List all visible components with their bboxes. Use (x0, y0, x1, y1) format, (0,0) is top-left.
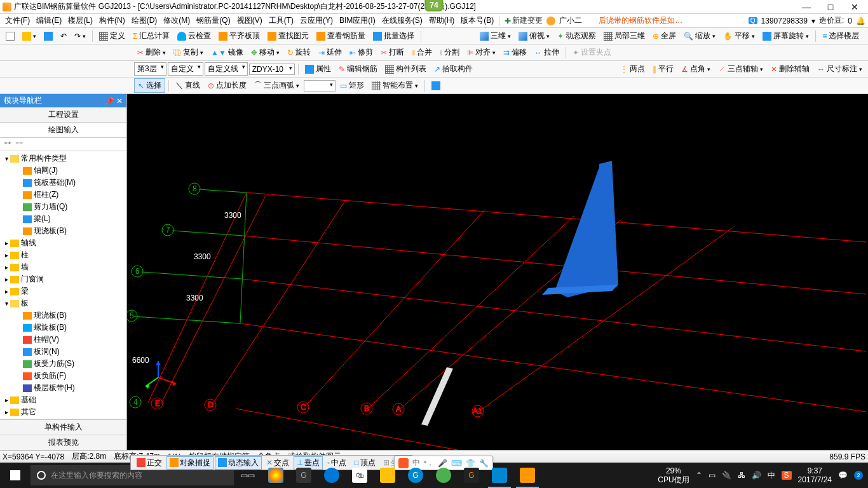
tree-castslab[interactable]: 现浇板(B) (0, 225, 126, 237)
pan-button[interactable]: ✋平移 (720, 29, 758, 43)
define-button[interactable]: 定义 (96, 29, 128, 43)
bell-icon[interactable]: 🔔 (856, 17, 865, 25)
tray-sogou[interactable]: S (782, 471, 792, 480)
tree-framecolumn[interactable]: 框柱(Z) (0, 189, 126, 201)
type-combo[interactable]: 自定义线 (205, 62, 248, 76)
tray-clock[interactable]: 9:372017/7/24 (798, 466, 832, 485)
menu-component[interactable]: 构件(N) (97, 14, 128, 27)
tree-other[interactable]: ▸其它 (0, 406, 126, 418)
delaux-button[interactable]: ✕删除辅轴 (768, 62, 813, 76)
tray-vol-icon[interactable]: 🔊 (752, 471, 761, 480)
tray-up-icon[interactable]: ⌃ (696, 471, 702, 480)
open-button[interactable] (19, 30, 39, 42)
app-g3[interactable]: G (458, 463, 485, 488)
app-ggj[interactable] (485, 463, 513, 488)
menu-view[interactable]: 视图(V) (234, 14, 265, 27)
rect-button[interactable]: ▭矩形 (337, 79, 367, 92)
sumcalc-button[interactable]: Σ汇总计算 (130, 29, 173, 43)
tree-found[interactable]: ▸基础 (0, 394, 126, 406)
app-g1[interactable]: G (290, 463, 318, 488)
offset-button[interactable]: ⇉偏移 (500, 46, 530, 59)
tree-slab[interactable]: ▾板 (0, 297, 126, 309)
merge-button[interactable]: ⫴合并 (409, 46, 435, 59)
extra1-button[interactable] (428, 80, 444, 92)
app-360[interactable] (430, 463, 458, 488)
ptang-button[interactable]: ∡点角 (678, 62, 714, 76)
property-button[interactable]: 属性 (302, 62, 334, 76)
ptlen-button[interactable]: ⊙点加长度 (205, 79, 250, 92)
tree-castslab2[interactable]: 现浇板(B) (0, 309, 126, 322)
user-avatar-icon[interactable] (546, 17, 555, 25)
menu-cloud[interactable]: 云应用(Y) (297, 14, 336, 27)
stretch-button[interactable]: ↔拉伸 (531, 46, 562, 59)
menu-version[interactable]: 版本号(B) (458, 14, 496, 27)
3d-button[interactable]: 三维 (477, 29, 514, 43)
app-g2[interactable]: G (402, 463, 430, 488)
rotate-button[interactable]: ↻旋转 (284, 46, 314, 59)
align-button[interactable]: ⊫对齐 (464, 46, 499, 59)
delete-button[interactable]: ✂删除 (134, 46, 169, 59)
trim-button[interactable]: ⇤修剪 (346, 46, 376, 59)
start-button[interactable] (0, 463, 31, 488)
threeaux-button[interactable]: ⟋三点辅轴 (715, 62, 766, 76)
tree-spiral[interactable]: 螺旋板(B) (0, 322, 126, 334)
tray-net-icon[interactable]: 🖧 (738, 471, 745, 480)
tray-notif-icon[interactable]: 💬 (838, 471, 848, 480)
twopt-button[interactable]: ⋮两点 (617, 62, 648, 76)
scrrot-button[interactable]: 屏幕旋转 (759, 29, 812, 43)
ortho-toggle[interactable]: 正交 (133, 456, 165, 470)
minimize-button[interactable]: — (798, 2, 815, 12)
user-name[interactable]: 广小二 (557, 14, 585, 27)
tree-beams[interactable]: ▸梁 (0, 285, 126, 297)
app-swirl[interactable] (262, 463, 290, 488)
zoom-button[interactable]: 🔍缩放 (681, 29, 719, 43)
editrebar-button[interactable]: ✎编辑钢筋 (336, 62, 381, 76)
select-button[interactable]: ↖选择 (134, 78, 165, 93)
tree-raft[interactable]: 筏板基础(M) (0, 177, 126, 189)
setgrip-button[interactable]: ✦设置夹点 (569, 46, 614, 59)
tree-cap[interactable]: 柱帽(V) (0, 334, 126, 346)
tip-link[interactable]: 后浇带的钢筋软件是如… (596, 14, 685, 27)
menu-tools[interactable]: 工具(T) (266, 14, 296, 27)
copy-button[interactable]: ⿻复制 (170, 46, 207, 59)
tray-power-icon[interactable]: 🔌 (722, 471, 731, 480)
redo-button[interactable]: ↷ (71, 30, 89, 42)
menu-draw[interactable]: 绘图(D) (129, 14, 160, 27)
tray-ime[interactable]: 中 (768, 470, 775, 481)
app-note[interactable] (513, 463, 541, 488)
undo-button[interactable]: ↶ (57, 30, 70, 42)
osnap-toggle[interactable]: 对象捕捉 (166, 456, 214, 470)
menu-online[interactable]: 在线服务(S) (379, 14, 425, 27)
line-button[interactable]: ＼直线 (172, 79, 203, 92)
close-button[interactable]: ✕ (846, 2, 863, 12)
smart-button[interactable]: 智能布置 (369, 79, 421, 92)
batchsel-button[interactable]: 批量选择 (370, 29, 417, 43)
pin-icon[interactable]: 📌 ✕ (105, 97, 123, 105)
component-tree[interactable]: ▾常用构件类型 轴网(J) 筏板基础(M) 框柱(Z) 剪力墙(Q) 梁(L) … (0, 151, 126, 419)
cpu-meter[interactable]: 29%CPU使用 (658, 466, 689, 485)
collapse-all-icon[interactable]: ⁻⁻ (15, 140, 23, 149)
tree-floorband[interactable]: 楼层板带(H) (0, 382, 126, 394)
nav-tab-drawing[interactable]: 绘图输入 (0, 123, 126, 138)
mirror-button[interactable]: ▲▼镜像 (208, 46, 247, 59)
name-combo[interactable]: ZDYX-10 (249, 64, 295, 75)
cloudcheck-button[interactable]: 云检查 (174, 29, 214, 43)
notification-badge[interactable]: 74 (424, 0, 443, 11)
tree-common[interactable]: ▾常用构件类型 (0, 152, 126, 165)
expand-all-icon[interactable]: ⁺⁺ (4, 140, 11, 149)
taskview-button[interactable]: ▭▭ (234, 463, 262, 488)
3d-viewport[interactable]: 8 7 6 5 4 (127, 94, 868, 450)
app-edge[interactable] (318, 463, 346, 488)
tree-opening[interactable]: ▸门窗洞 (0, 273, 126, 285)
flatroof-button[interactable]: 平齐板顶 (215, 29, 263, 43)
break-button[interactable]: ✂打断 (377, 46, 407, 59)
dim-button[interactable]: ↔尺寸标注 (814, 62, 865, 76)
new-button[interactable] (3, 30, 18, 42)
selfloor-button[interactable]: ≡选择楼层 (819, 29, 862, 43)
menu-rebar[interactable]: 钢筋量(Q) (194, 14, 233, 27)
menu-floor[interactable]: 楼层(L) (65, 14, 95, 27)
new-change-button[interactable]: 新建变更 (502, 14, 545, 27)
tray-gpu-icon[interactable]: ▭ (709, 471, 715, 480)
tree-hole[interactable]: 板洞(N) (0, 346, 126, 358)
viewrebar-button[interactable]: 查看钢筋量 (313, 29, 369, 43)
